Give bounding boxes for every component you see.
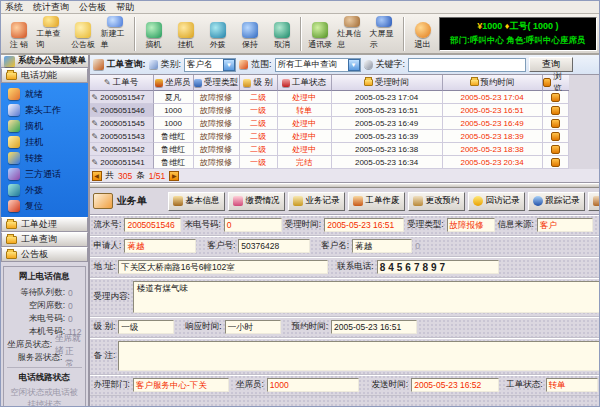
- sidebar-section-phone[interactable]: 电话功能: [1, 68, 88, 83]
- send-time-field[interactable]: 2005-05-23 16:52: [411, 378, 499, 392]
- serial-field[interactable]: 2005051546: [124, 218, 181, 232]
- content-textarea[interactable]: 楼道有煤气味 ▲▼: [133, 281, 600, 313]
- void-order-button[interactable]: 工单作废: [348, 192, 405, 211]
- order-row[interactable]: ✎2005051543 鲁维红 故障报修 二级 处理中 2005-05-23 1…: [90, 130, 600, 143]
- process-log-button[interactable]: 处理日志: [588, 192, 600, 211]
- sidebar-item-offhook[interactable]: 摘机: [1, 118, 88, 134]
- paperclip-icon: ✎: [92, 132, 99, 141]
- order-row[interactable]: ✎2005051545 1000 故障报修 二级 处理中 2005-05-23 …: [90, 117, 600, 130]
- sidebar-item-ready[interactable]: 就绪: [1, 86, 88, 102]
- stove-info-button[interactable]: 灶具信息: [336, 15, 368, 52]
- col-level[interactable]: 级 别: [240, 75, 278, 91]
- sidebar-section-order-query[interactable]: 工单查询: [1, 232, 88, 247]
- address-field[interactable]: 下关区大桥南路16号6幢102室: [118, 260, 328, 274]
- browse-icon[interactable]: [551, 132, 560, 141]
- basic-info-button[interactable]: 基本信息: [168, 192, 225, 211]
- customer-name-field[interactable]: 蒋越: [352, 239, 412, 253]
- chevron-down-icon[interactable]: ▼: [348, 59, 360, 71]
- callback-record-button[interactable]: 回访记录: [468, 192, 525, 211]
- col-agent[interactable]: 坐席员: [154, 75, 194, 91]
- browse-icon[interactable]: [551, 93, 560, 102]
- accept-type-field[interactable]: 故障报修: [447, 218, 495, 232]
- sidebar-item-desk-work[interactable]: 案头工作: [1, 102, 88, 118]
- sidebar-section-bulletin[interactable]: 公告板: [1, 247, 88, 262]
- order-row[interactable]: ✎2005051547 夏凡 故障报修 二级 处理中 2005-05-23 17…: [90, 91, 600, 104]
- sidebar-section-order-handle[interactable]: 工单处理: [1, 217, 88, 232]
- browse-icon[interactable]: [551, 158, 560, 167]
- hangup-button[interactable]: 挂机: [170, 15, 202, 52]
- folder-icon: [470, 79, 479, 86]
- level-field[interactable]: 一级: [118, 320, 174, 334]
- source-field[interactable]: 客户: [537, 218, 593, 232]
- menu-stats-query[interactable]: 统计查询: [33, 1, 69, 14]
- prev-page-button[interactable]: ◀: [92, 171, 102, 181]
- col-appoint-time[interactable]: 预约时间: [443, 75, 543, 91]
- new-order-button[interactable]: 新建工单: [99, 15, 131, 52]
- folder-icon: [6, 72, 17, 80]
- sidebar-item-hangup[interactable]: 挂机: [1, 134, 88, 150]
- browse-icon[interactable]: [551, 145, 560, 154]
- offhook-icon: [146, 22, 162, 38]
- form-row-remark: 备 注: ▲▼: [90, 338, 600, 375]
- dept-field[interactable]: 客户服务中心-下关: [133, 378, 229, 392]
- order-query-button[interactable]: 工单查询: [35, 15, 67, 52]
- chevron-down-icon[interactable]: ▼: [223, 59, 235, 71]
- business-record-button[interactable]: 业务记录: [288, 192, 345, 211]
- logout-button[interactable]: 注 销: [3, 15, 35, 52]
- order-row[interactable]: ✎2005051546 1000 故障报修 一级 转单 2005-05-23 1…: [90, 104, 600, 117]
- appoint-time-field[interactable]: 2005-05-23 16:51: [331, 320, 417, 334]
- col-order-id[interactable]: ✎工单号: [90, 75, 154, 91]
- next-page-button[interactable]: ▶: [169, 171, 179, 181]
- caller-field[interactable]: 0: [224, 218, 282, 232]
- stove-info-icon: [344, 16, 360, 27]
- offhook-button[interactable]: 摘机: [138, 15, 170, 52]
- scope-select[interactable]: 所有工单中查询▼: [275, 58, 361, 72]
- sidebar-item-transfer[interactable]: 转接: [1, 150, 88, 166]
- remark-textarea[interactable]: ▲▼: [118, 341, 600, 371]
- col-status[interactable]: 工单状态: [278, 75, 332, 91]
- col-accept-time[interactable]: 受理时间: [332, 75, 443, 91]
- exit-icon: [415, 22, 431, 38]
- big-screen-button[interactable]: 大屏显示: [368, 15, 400, 52]
- bulletin-button[interactable]: 公告板: [67, 15, 99, 52]
- customer-no-field[interactable]: 50376428: [238, 239, 310, 253]
- agent-field[interactable]: 1000: [267, 378, 359, 392]
- category-select[interactable]: 客户名▼: [184, 58, 236, 72]
- dial-out-button[interactable]: 外拨: [202, 15, 234, 52]
- cancel-call-button[interactable]: 取消: [266, 15, 298, 52]
- accept-time-field[interactable]: 2005-05-23 16:51: [324, 218, 404, 232]
- order-row[interactable]: ✎2005051542 鲁维红 故障报修 二级 处理中 2005-05-23 1…: [90, 143, 600, 156]
- browse-icon[interactable]: [551, 106, 560, 115]
- response-time-field[interactable]: 一小时: [225, 320, 281, 334]
- col-browse[interactable]: 浏览: [543, 75, 569, 91]
- ready-icon: [8, 88, 20, 100]
- change-appoint-button[interactable]: 更改预约: [408, 192, 465, 211]
- sidebar-item-reset[interactable]: 复位: [1, 198, 88, 214]
- order-detail-form: 流水号: 2005051546 来电号码: 0 受理时间: 2005-05-23…: [90, 215, 600, 406]
- paperclip-icon: ✎: [92, 106, 99, 115]
- order-row[interactable]: ✎2005051541 鲁维红 故障报修 一级 完结 2005-05-23 16…: [90, 156, 600, 169]
- contacts-icon: [312, 22, 328, 38]
- menu-bulletin[interactable]: 公告板: [79, 1, 106, 14]
- keyword-input[interactable]: [408, 58, 526, 72]
- sidebar-item-three-way[interactable]: 三方通话: [1, 166, 88, 182]
- exit-button[interactable]: 退出: [407, 15, 439, 52]
- paperclip-icon: ✎: [92, 158, 99, 167]
- log-icon: [593, 196, 600, 206]
- menu-system[interactable]: 系统: [5, 1, 23, 14]
- contact-phone-field[interactable]: 84567897: [377, 260, 499, 274]
- menu-help[interactable]: 帮助: [116, 1, 134, 14]
- hold-button[interactable]: 保持: [234, 15, 266, 52]
- browse-icon[interactable]: [551, 119, 560, 128]
- sidebar-item-dial-out[interactable]: 外拨: [1, 182, 88, 198]
- contacts-button[interactable]: 通讯录: [304, 15, 336, 52]
- track-record-button[interactable]: 跟踪记录: [528, 192, 585, 211]
- payment-status-button[interactable]: 缴费情况: [228, 192, 285, 211]
- hangup-icon: [8, 136, 20, 148]
- toolbar-separator: [134, 17, 136, 51]
- phone-line-status: 空闲状态或电话被挂掉状态: [7, 384, 82, 407]
- applicant-field[interactable]: 蒋越: [124, 239, 196, 253]
- col-accept-type[interactable]: 受理类型: [194, 75, 240, 91]
- order-status-field[interactable]: 转单: [546, 378, 598, 392]
- hold-icon: [242, 22, 258, 38]
